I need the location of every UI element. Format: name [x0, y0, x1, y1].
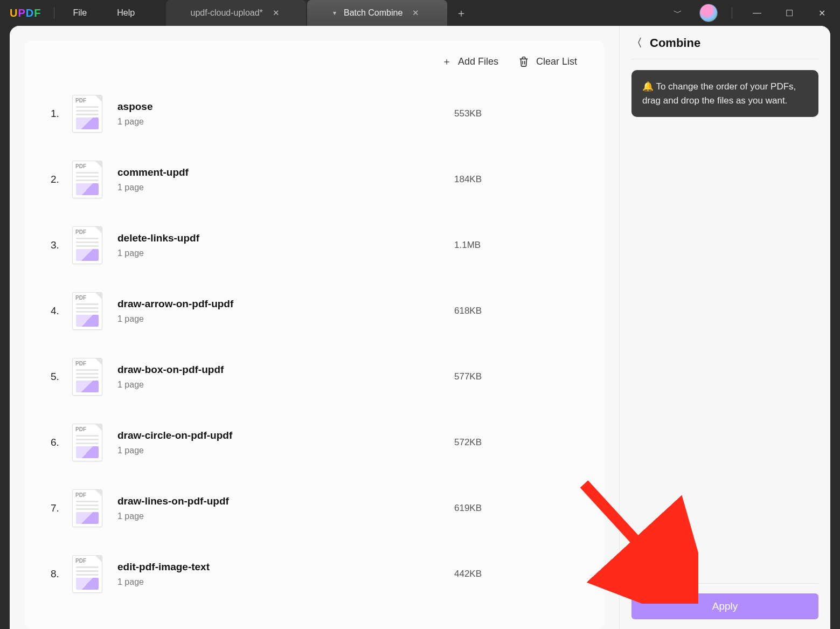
row-index: 2.: [51, 174, 72, 185]
minimize-icon[interactable]: —: [746, 2, 768, 24]
plus-icon: ＋: [442, 55, 452, 68]
file-size: 619KB: [454, 503, 578, 514]
row-index: 3.: [51, 239, 72, 251]
file-meta: aspose 1 page: [117, 101, 454, 127]
workspace: ＋ Add Files Clear List 1. aspose 1 page …: [10, 26, 830, 629]
tip-box: 🔔 To change the order of your PDFs, drag…: [631, 70, 818, 117]
file-size: 577KB: [454, 371, 578, 382]
file-row[interactable]: 1. aspose 1 page 553KB: [46, 81, 582, 147]
chevron-down-icon[interactable]: ﹀: [667, 2, 689, 24]
menu-file[interactable]: File: [58, 8, 102, 18]
logo-letter: U: [10, 7, 18, 19]
file-name: delete-links-updf: [117, 232, 454, 244]
file-meta: comment-updf 1 page: [117, 167, 454, 192]
pdf-thumbnail-icon: [72, 226, 102, 264]
file-size: 1.1MB: [454, 240, 578, 251]
file-row[interactable]: 6. draw-circle-on-pdf-updf 1 page 572KB: [46, 410, 582, 475]
file-meta: delete-links-updf 1 page: [117, 232, 454, 258]
pdf-thumbnail-icon: [72, 95, 102, 133]
file-row[interactable]: 4. draw-arrow-on-pdf-updf 1 page 618KB: [46, 278, 582, 344]
file-row[interactable]: 7. draw-lines-on-pdf-updf 1 page 619KB: [46, 475, 582, 541]
apply-section: Apply: [631, 583, 818, 619]
apply-button[interactable]: Apply: [631, 593, 818, 619]
tab-batch-combine[interactable]: ▾ Batch Combine ✕: [307, 0, 447, 26]
file-pages: 1 page: [117, 577, 454, 587]
menu-help[interactable]: Help: [102, 8, 150, 18]
file-name: draw-circle-on-pdf-updf: [117, 430, 454, 441]
tab-document[interactable]: updf-cloud-upload* ✕: [166, 0, 306, 26]
tab-label: Batch Combine: [344, 8, 402, 18]
file-list-panel: ＋ Add Files Clear List 1. aspose 1 page …: [10, 26, 619, 629]
pdf-thumbnail-icon: [72, 489, 102, 527]
file-size: 572KB: [454, 437, 578, 448]
close-window-icon[interactable]: ✕: [811, 2, 832, 24]
close-icon[interactable]: ✕: [410, 6, 421, 20]
file-meta: edit-pdf-image-text 1 page: [117, 561, 454, 587]
side-panel: 〈 Combine 🔔 To change the order of your …: [619, 26, 830, 629]
file-row[interactable]: 8. edit-pdf-image-text 1 page 442KB: [46, 541, 582, 607]
tip-text: To change the order of your PDFs, drag a…: [642, 81, 796, 106]
pdf-thumbnail-icon: [72, 424, 102, 461]
list-toolbar: ＋ Add Files Clear List: [46, 46, 582, 81]
pdf-thumbnail-icon: [72, 161, 102, 198]
chevron-down-icon[interactable]: ▾: [333, 9, 336, 17]
side-panel-header: 〈 Combine: [631, 36, 818, 59]
file-pages: 1 page: [117, 248, 454, 258]
titlebar-right: ﹀ — ☐ ✕: [667, 2, 840, 24]
bell-icon: 🔔: [642, 81, 654, 92]
add-files-button[interactable]: ＋ Add Files: [442, 55, 498, 68]
row-index: 7.: [51, 502, 72, 514]
tab-strip: updf-cloud-upload* ✕ ▾ Batch Combine ✕ ＋: [166, 0, 474, 26]
file-size: 442KB: [454, 569, 578, 579]
back-icon[interactable]: 〈: [631, 36, 644, 50]
file-list-card: ＋ Add Files Clear List 1. aspose 1 page …: [25, 41, 604, 629]
separator: [54, 7, 54, 19]
file-meta: draw-lines-on-pdf-updf 1 page: [117, 495, 454, 521]
separator: [732, 7, 732, 19]
add-files-label: Add Files: [458, 56, 498, 67]
file-pages: 1 page: [117, 183, 454, 192]
pdf-thumbnail-icon: [72, 292, 102, 330]
maximize-icon[interactable]: ☐: [779, 2, 800, 24]
file-name: comment-updf: [117, 167, 454, 178]
file-size: 184KB: [454, 174, 578, 185]
clear-list-button[interactable]: Clear List: [518, 55, 577, 68]
logo-letter: P: [18, 7, 25, 19]
logo-letter: F: [34, 7, 41, 19]
avatar[interactable]: [699, 4, 718, 22]
row-index: 1.: [51, 108, 72, 120]
file-meta: draw-circle-on-pdf-updf 1 page: [117, 430, 454, 455]
side-panel-title: Combine: [650, 36, 700, 50]
file-name: draw-arrow-on-pdf-updf: [117, 298, 454, 310]
file-pages: 1 page: [117, 314, 454, 324]
file-row[interactable]: 5. draw-box-on-pdf-updf 1 page 577KB: [46, 344, 582, 410]
file-name: draw-lines-on-pdf-updf: [117, 495, 454, 507]
row-index: 4.: [51, 305, 72, 317]
row-index: 8.: [51, 568, 72, 580]
tab-label: updf-cloud-upload*: [190, 8, 262, 18]
file-size: 553KB: [454, 108, 578, 119]
app-logo: UPDF: [0, 7, 51, 19]
file-name: edit-pdf-image-text: [117, 561, 454, 573]
title-bar: UPDF File Help updf-cloud-upload* ✕ ▾ Ba…: [0, 0, 840, 26]
pdf-thumbnail-icon: [72, 555, 102, 593]
file-row[interactable]: 2. comment-updf 1 page 184KB: [46, 147, 582, 212]
file-pages: 1 page: [117, 117, 454, 127]
file-meta: draw-arrow-on-pdf-updf 1 page: [117, 298, 454, 324]
row-index: 5.: [51, 371, 72, 383]
file-pages: 1 page: [117, 380, 454, 390]
pdf-thumbnail-icon: [72, 358, 102, 396]
logo-letter: D: [26, 7, 34, 19]
new-tab-button[interactable]: ＋: [448, 0, 474, 26]
close-icon[interactable]: ✕: [270, 6, 282, 20]
clear-list-label: Clear List: [536, 56, 577, 67]
file-meta: draw-box-on-pdf-updf 1 page: [117, 364, 454, 390]
row-index: 6.: [51, 437, 72, 448]
file-pages: 1 page: [117, 446, 454, 455]
file-name: draw-box-on-pdf-updf: [117, 364, 454, 376]
file-name: aspose: [117, 101, 454, 113]
file-size: 618KB: [454, 306, 578, 316]
file-row[interactable]: 3. delete-links-updf 1 page 1.1MB: [46, 212, 582, 278]
trash-icon: [518, 56, 530, 67]
file-pages: 1 page: [117, 512, 454, 521]
